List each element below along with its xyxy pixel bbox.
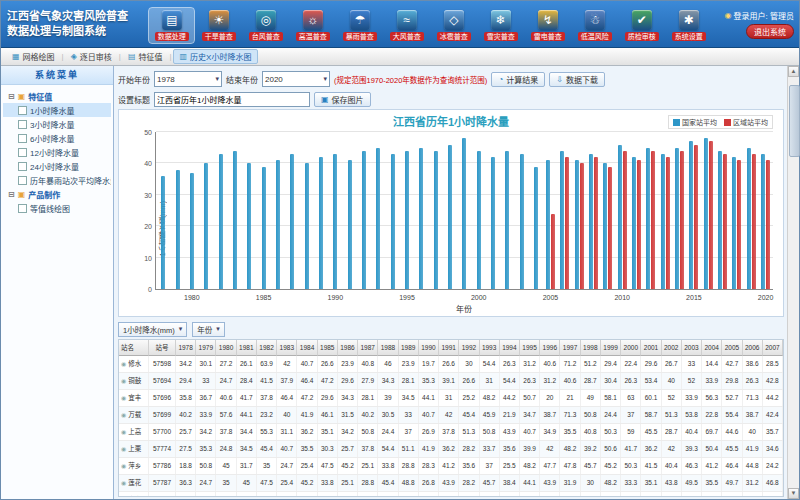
national-avg-bar[interactable] xyxy=(434,151,438,289)
end-year-select[interactable]: 2020 ▾ xyxy=(262,71,330,87)
regional-avg-bar[interactable] xyxy=(709,141,713,289)
col-header-year[interactable]: 1982 xyxy=(257,340,277,356)
tab-1[interactable]: ◈逐日审核 xyxy=(65,50,118,63)
vertical-scrollbar[interactable]: ▲ ▼ xyxy=(787,66,799,499)
national-avg-bar[interactable] xyxy=(333,154,337,289)
national-avg-bar[interactable] xyxy=(262,167,266,289)
tree-group-0[interactable]: ⊟▣特征值 xyxy=(3,89,111,103)
sort-dropdown[interactable]: 年份 ▾ xyxy=(192,322,225,337)
regional-avg-bar[interactable] xyxy=(752,154,756,289)
table-row-1[interactable]: ◉铜鼓5769429.43324.728.441.537.946.447.229… xyxy=(119,373,783,390)
national-avg-bar[interactable] xyxy=(362,151,366,289)
national-avg-bar[interactable] xyxy=(319,157,323,289)
checkbox-icon[interactable] xyxy=(18,106,27,115)
checkbox-icon[interactable] xyxy=(18,176,27,185)
expand-row-icon[interactable]: ◉ xyxy=(121,424,126,440)
national-avg-bar[interactable] xyxy=(761,154,765,289)
expand-row-icon[interactable]: ◉ xyxy=(121,407,126,423)
col-header-year[interactable]: 1994 xyxy=(500,340,520,356)
toolbar-item-8[interactable]: ↯雷电普查 xyxy=(525,8,570,43)
national-avg-bar[interactable] xyxy=(405,151,409,289)
expander-icon[interactable]: ⊟ xyxy=(8,190,15,199)
national-avg-bar[interactable] xyxy=(675,148,679,289)
tree-item-0-3[interactable]: 12小时降水量 xyxy=(3,145,111,159)
table-row-0[interactable]: ◉修水5759834.230.127.226.163.94240.726.623… xyxy=(119,356,783,373)
national-avg-bar[interactable] xyxy=(618,145,622,289)
national-avg-bar[interactable] xyxy=(520,154,524,289)
checkbox-icon[interactable] xyxy=(18,162,27,171)
regional-avg-bar[interactable] xyxy=(694,145,698,289)
col-header-year[interactable]: 1985 xyxy=(318,340,338,356)
expand-row-icon[interactable]: ◉ xyxy=(121,356,126,372)
regional-avg-bar[interactable] xyxy=(565,157,569,289)
start-year-select[interactable]: 1978 ▾ xyxy=(154,71,222,87)
regional-avg-bar[interactable] xyxy=(551,214,555,289)
national-avg-bar[interactable] xyxy=(560,151,564,289)
toolbar-item-7[interactable]: ❄雪灾普查 xyxy=(478,8,523,43)
col-header-year[interactable]: 1999 xyxy=(601,340,621,356)
national-avg-bar[interactable] xyxy=(176,170,180,289)
national-avg-bar[interactable] xyxy=(603,163,607,289)
checkbox-icon[interactable] xyxy=(18,204,27,213)
tree-item-0-5[interactable]: 历年暴雨站次平均降水量 xyxy=(3,173,111,187)
regional-avg-bar[interactable] xyxy=(623,151,627,289)
national-avg-bar[interactable] xyxy=(276,160,280,289)
national-avg-bar[interactable] xyxy=(348,160,352,289)
national-avg-bar[interactable] xyxy=(505,151,509,289)
national-avg-bar[interactable] xyxy=(204,163,208,289)
national-avg-bar[interactable] xyxy=(491,157,495,289)
table-row-4[interactable]: ◉上高5770025.734.237.834.455.331.136.235.1… xyxy=(119,424,783,441)
regional-avg-bar[interactable] xyxy=(737,160,741,289)
col-header-year[interactable]: 1979 xyxy=(196,340,216,356)
col-header-year[interactable]: 1987 xyxy=(358,340,378,356)
col-header-year[interactable]: 2006 xyxy=(743,340,763,356)
col-header-year[interactable]: 2005 xyxy=(722,340,742,356)
national-avg-bar[interactable] xyxy=(747,148,751,289)
col-header-year[interactable]: 1989 xyxy=(399,340,419,356)
tree-item-1-0[interactable]: 等值线绘图 xyxy=(3,201,111,215)
national-avg-bar[interactable] xyxy=(462,138,466,289)
regional-avg-bar[interactable] xyxy=(723,154,727,289)
expand-row-icon[interactable]: ◉ xyxy=(121,441,126,457)
tree-item-0-0[interactable]: 1小时降水量 xyxy=(3,103,111,117)
tree-item-0-4[interactable]: 24小时降水量 xyxy=(3,159,111,173)
scroll-thumb[interactable] xyxy=(789,85,800,157)
toolbar-item-2[interactable]: ◎台风普查 xyxy=(243,8,288,43)
chart-title-input[interactable] xyxy=(154,92,310,107)
col-header-year[interactable]: 1981 xyxy=(237,340,257,356)
toolbar-item-1[interactable]: ☀干旱普查 xyxy=(196,8,241,43)
tree-group-1[interactable]: ⊟▣产品制作 xyxy=(3,187,111,201)
regional-avg-bar[interactable] xyxy=(766,160,770,289)
checkbox-icon[interactable] xyxy=(18,148,27,157)
national-avg-bar[interactable] xyxy=(290,154,294,289)
col-header-year[interactable]: 1988 xyxy=(378,340,398,356)
metric-dropdown[interactable]: 1小时降水(mm) ▾ xyxy=(118,322,187,337)
calculate-button[interactable]: ◔ 计算结果 xyxy=(491,72,545,87)
col-header-year[interactable]: 1998 xyxy=(581,340,601,356)
national-avg-bar[interactable] xyxy=(661,154,665,289)
toolbar-item-6[interactable]: ◇冰雹普查 xyxy=(431,8,476,43)
regional-avg-bar[interactable] xyxy=(637,160,641,289)
national-avg-bar[interactable] xyxy=(546,160,550,289)
tree-item-0-2[interactable]: 6小时降水量 xyxy=(3,131,111,145)
national-avg-bar[interactable] xyxy=(575,160,579,289)
expand-row-icon[interactable]: ◉ xyxy=(121,373,126,389)
table-row-8[interactable]: ◉宜春5779333.128.439.744.236.841.329.538.2… xyxy=(119,492,783,497)
toolbar-item-9[interactable]: ☃低温风险 xyxy=(572,8,617,43)
national-avg-bar[interactable] xyxy=(219,154,223,289)
tab-2[interactable]: ▤特征值 xyxy=(122,50,169,63)
col-header-year[interactable]: 1984 xyxy=(297,340,317,356)
table-row-5[interactable]: ◉上栗5777427.535.324.834.545.440.735.530.3… xyxy=(119,441,783,458)
download-button[interactable]: ⇩ 数据下载 xyxy=(549,72,605,87)
col-header-year[interactable]: 1997 xyxy=(560,340,580,356)
col-header-year[interactable]: 1978 xyxy=(176,340,196,356)
col-header-year[interactable]: 2002 xyxy=(662,340,682,356)
col-header-year[interactable]: 2001 xyxy=(641,340,661,356)
national-avg-bar[interactable] xyxy=(448,145,452,289)
national-avg-bar[interactable] xyxy=(718,151,722,289)
expand-row-icon[interactable]: ◉ xyxy=(121,475,126,491)
col-header-year[interactable]: 2004 xyxy=(702,340,722,356)
national-avg-bar[interactable] xyxy=(190,173,194,289)
tree-item-0-1[interactable]: 3小时降水量 xyxy=(3,117,111,131)
toolbar-item-10[interactable]: ✔质检审核 xyxy=(619,8,664,43)
